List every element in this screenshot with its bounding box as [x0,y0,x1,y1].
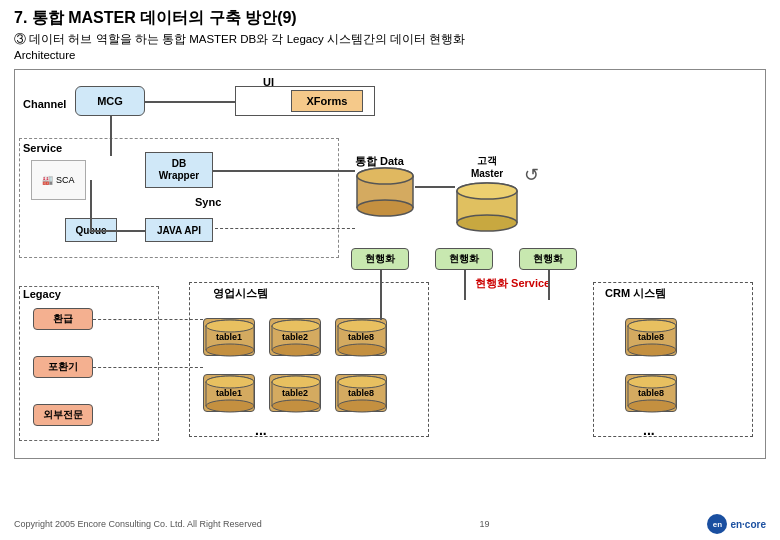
yeongup-table2a: table2 [269,318,321,356]
svg-point-28 [338,344,386,356]
crm-table1: table8 [625,318,677,356]
java-api-box: JAVA API [145,218,213,242]
line-mcg-ui [145,101,235,103]
hyunhaengwha-service-label: 현행화 Service [475,276,550,291]
hyunhaengwha-1: 현행화 [351,248,409,270]
line-queue-japi [90,230,145,232]
hyunhaengwha-3: 현행화 [519,248,577,270]
logo-circle: en [707,514,727,534]
mcg-box: MCG [75,86,145,116]
line-hyun1-down [380,270,382,320]
svg-point-23 [272,320,320,332]
svg-point-22 [272,344,320,356]
line-dbwrapper-tonghal [213,170,355,172]
sync-label: Sync [195,196,221,208]
page-number: 19 [480,519,490,529]
page: 7. 통합 MASTER 데이터의 구축 방안(9) ③ 데이터 허브 역할을 … [0,0,780,540]
svg-point-46 [338,400,386,412]
svg-point-17 [206,320,254,332]
yeongup-dots: ... [255,422,267,438]
poholgi-box: 포환기 [33,356,93,378]
line-haegeum-yeongup [93,319,203,321]
ui-container: XForms [235,86,375,116]
svg-point-35 [206,376,254,388]
svg-point-52 [628,344,676,356]
svg-point-4 [357,200,413,216]
footer: Copyright 2005 Encore Consulting Co. Ltd… [0,514,780,534]
line-tonghal-gokaek [415,186,455,188]
gokaek-master-db: 고객 Master ↺ [455,154,519,236]
line-service-queue [90,180,92,232]
line-hyun3-down [548,270,550,300]
crm-section [593,282,753,437]
svg-point-59 [628,376,676,388]
yeongup-table1a: table1 [203,318,255,356]
svg-point-47 [338,376,386,388]
tonghal-db [355,166,415,218]
copyright-text: Copyright 2005 Encore Consulting Co. Ltd… [14,519,262,529]
page-title: 7. 통합 MASTER 데이터의 구축 방안(9) [14,8,766,29]
logo: en en·core [707,514,766,534]
svg-point-10 [457,215,517,231]
svg-point-5 [357,168,413,184]
crm-dots: ... [643,422,655,438]
async-line [215,228,355,230]
svg-point-58 [628,400,676,412]
oebu-box: 외부전문 [33,404,93,426]
svg-point-41 [272,376,320,388]
architecture-diagram: Channel MCG UI XForms Service 🏭 SCA DB W… [14,69,766,459]
crm-table2: table8 [625,374,677,412]
svg-point-34 [206,400,254,412]
sca-box: 🏭 SCA [31,160,86,200]
svg-point-53 [628,320,676,332]
db-wrapper-box: DB Wrapper [145,152,213,188]
svg-point-16 [206,344,254,356]
xforms-box: XForms [291,90,363,112]
hyunhaengwha-2: 현행화 [435,248,493,270]
svg-point-11 [457,183,517,199]
yeongup-table3b: table8 [335,374,387,412]
svg-point-29 [338,320,386,332]
yeongup-table3a: table8 [335,318,387,356]
yeongup-section [189,282,429,437]
logo-text: en·core [730,519,766,530]
yeongup-table2b: table2 [269,374,321,412]
svg-point-40 [272,400,320,412]
page-subtitle: ③ 데이터 허브 역할을 하는 통합 MASTER DB와 각 Legacy 시… [14,31,766,63]
channel-label: Channel [23,98,66,110]
line-hyun2-down [464,270,466,300]
line-poholgi-yeongup [93,367,203,369]
line-mcg-down [110,116,112,156]
yeongup-table1b: table1 [203,374,255,412]
haegeum-box: 환급 [33,308,93,330]
legacy-label: Legacy [23,288,61,300]
